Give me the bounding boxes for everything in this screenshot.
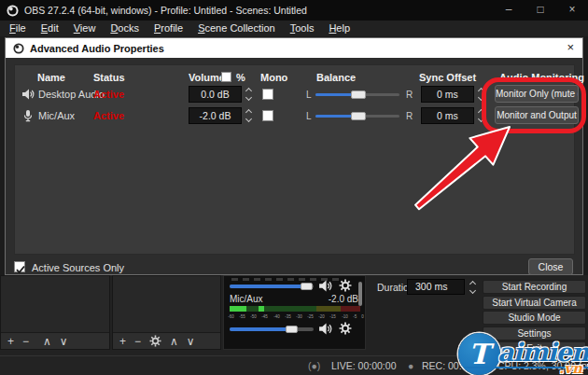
active-sources-only-checkbox[interactable] [14,261,25,272]
column-header-name: Name [37,72,65,83]
live-signal-icon: (●) [308,360,320,371]
volume-spinner-buttons[interactable] [243,86,255,103]
source-name: Mic/Aux [38,110,75,121]
menu-file[interactable]: File [2,21,34,36]
column-header-balance: Balance [316,72,356,83]
sources-dock: + − ∧ ∨ [112,275,221,350]
balance-left-label: L [306,90,312,100]
scene-up-button[interactable]: ∧ [43,334,51,349]
scene-down-button[interactable]: ∨ [60,334,68,349]
watermark-tld: .vn [559,360,582,375]
obs-logo-icon [7,5,19,17]
remove-scene-button[interactable]: − [22,334,29,349]
source-properties-gear-icon[interactable] [149,335,161,347]
balance-slider-handle[interactable] [351,112,366,120]
volume-input[interactable]: 0.0 dB [189,86,242,103]
column-header-percent: % [236,72,245,83]
menu-profile[interactable]: Profile [147,21,190,36]
balance-slider[interactable] [315,115,399,118]
menu-view[interactable]: View [66,21,104,36]
rec-dot-icon: ● [408,360,413,371]
speaker-icon [21,88,35,101]
mono-checkbox[interactable] [262,110,273,121]
menu-scene-collection[interactable]: Scene Collection [190,21,283,36]
window-titlebar: OBS 27.2.4 (64-bit, windows) - Profile: … [0,0,588,21]
dialog-close-button[interactable]: Close [528,258,573,275]
mixer-source-db: -2.0 dB [329,294,358,304]
menu-help[interactable]: Help [321,21,357,36]
sync-offset-input[interactable]: 0 ms [421,107,474,124]
volume-input[interactable]: -2.0 dB [189,107,242,124]
balance-slider[interactable] [315,93,399,96]
source-status: Active [93,110,124,121]
menu-bar: File Edit View Docks Profile Scene Colle… [0,21,588,36]
active-sources-only-label: Active Sources Only [32,262,124,273]
start-recording-button[interactable]: Start Recording [483,280,586,294]
mic-aux-volume-slider[interactable] [230,327,314,331]
meter-scale-ticks: -60-55-50-45-40-35-30-25-20-15-10-50 [228,313,364,319]
mixer-source-label: Mic/Aux [230,294,263,304]
sources-toolbar: + − ∧ ∨ [113,332,220,349]
source-down-button[interactable]: ∨ [187,334,195,349]
window-title: OBS 27.2.4 (64-bit, windows) - Profile: … [24,5,307,16]
mic-aux-level-meter [230,306,360,312]
meter-level-segment [259,306,264,312]
column-header-volume: Volume [189,72,225,83]
minimize-button[interactable]: – [493,0,525,21]
add-source-button[interactable]: + [119,334,126,349]
duration-input[interactable]: 300 ms [407,279,465,295]
dialog-title: Advanced Audio Properties [30,43,164,54]
remove-source-button[interactable]: − [134,334,141,349]
annotation-highlight-box [482,77,586,133]
meter-level-segment [230,306,246,312]
duration-spinner-buttons[interactable] [467,279,479,295]
volume-spinner-buttons[interactable] [243,107,255,124]
desktop-audio-volume-slider[interactable] [230,285,314,288]
desktop-audio-mute-speaker-icon[interactable] [318,279,332,293]
menu-edit[interactable]: Edit [34,21,66,36]
source-status: Active [93,89,124,100]
menu-tools[interactable]: Tools [283,21,322,36]
menu-docks[interactable]: Docks [103,21,147,36]
balance-left-label: L [306,111,312,121]
advanced-audio-properties-dialog: Advanced Audio Properties × Name Status … [5,37,583,275]
watermark-logo: T [458,333,500,375]
scenes-dock: + − ∧ ∨ [0,275,110,350]
mixer-scrollbar[interactable] [358,282,362,306]
column-header-mono: Mono [260,72,287,83]
balance-right-label: R [406,90,413,100]
sync-offset-input[interactable]: 0 ms [421,86,474,103]
dialog-close-icon[interactable]: × [567,38,574,58]
dialog-titlebar: Advanced Audio Properties × [6,38,582,58]
obs-logo-icon [13,43,24,54]
start-virtual-camera-button[interactable]: Start Virtual Camera [483,296,586,310]
microphone-icon [21,109,35,122]
audio-mixer-dock: Mic/Aux -2.0 dB -60-55-50-45-40-35-30-25… [223,275,366,350]
source-up-button[interactable]: ∧ [170,334,178,349]
watermark-initial: T [469,338,489,370]
close-button[interactable]: × [556,0,588,21]
studio-mode-button[interactable]: Studio Mode [483,311,586,325]
column-header-sync-offset: Sync Offset [419,72,476,83]
mic-aux-mute-speaker-icon[interactable] [318,322,332,336]
live-timer: LIVE: 00:00:00 [331,360,396,371]
checkmark-icon [15,264,26,275]
obs-window: OBS 27.2.4 (64-bit, windows) - Profile: … [0,0,588,375]
balance-slider-handle[interactable] [351,90,366,99]
volume-percent-checkbox[interactable] [221,72,231,82]
balance-right-label: R [406,111,413,121]
column-header-status: Status [93,72,125,83]
mono-checkbox[interactable] [262,89,273,100]
scenes-toolbar: + − ∧ ∨ [1,332,109,349]
add-scene-button[interactable]: + [7,334,14,349]
maximize-button[interactable]: □ [525,0,556,21]
desktop-audio-gear-icon[interactable] [339,279,352,292]
mic-aux-gear-icon[interactable] [339,322,352,335]
